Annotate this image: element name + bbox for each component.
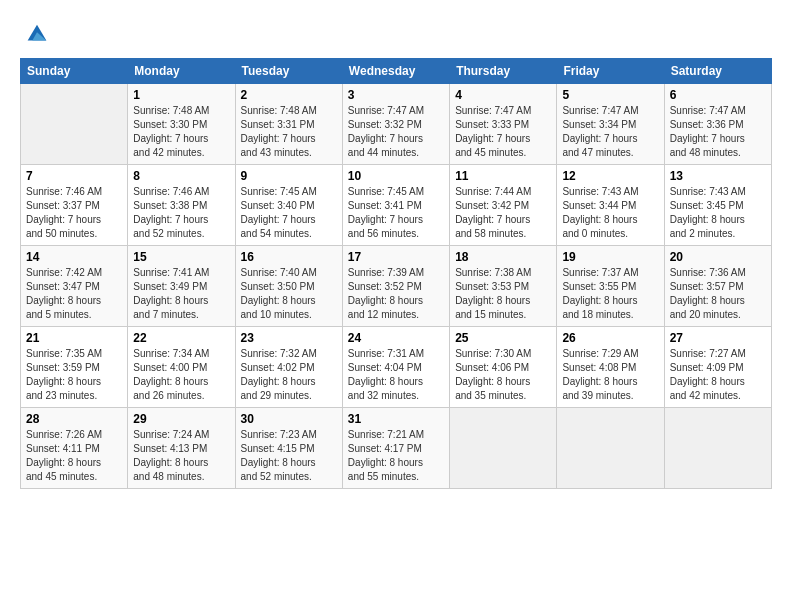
day-info: Sunrise: 7:37 AM Sunset: 3:55 PM Dayligh… xyxy=(562,266,658,322)
day-number: 11 xyxy=(455,169,551,183)
calendar-week-3: 14Sunrise: 7:42 AM Sunset: 3:47 PM Dayli… xyxy=(21,246,772,327)
calendar-cell: 13Sunrise: 7:43 AM Sunset: 3:45 PM Dayli… xyxy=(664,165,771,246)
calendar-week-2: 7Sunrise: 7:46 AM Sunset: 3:37 PM Daylig… xyxy=(21,165,772,246)
header-sunday: Sunday xyxy=(21,59,128,84)
calendar-cell: 21Sunrise: 7:35 AM Sunset: 3:59 PM Dayli… xyxy=(21,327,128,408)
day-info: Sunrise: 7:35 AM Sunset: 3:59 PM Dayligh… xyxy=(26,347,122,403)
header-saturday: Saturday xyxy=(664,59,771,84)
day-info: Sunrise: 7:44 AM Sunset: 3:42 PM Dayligh… xyxy=(455,185,551,241)
day-number: 18 xyxy=(455,250,551,264)
day-number: 29 xyxy=(133,412,229,426)
calendar-week-4: 21Sunrise: 7:35 AM Sunset: 3:59 PM Dayli… xyxy=(21,327,772,408)
calendar-cell xyxy=(557,408,664,489)
header-wednesday: Wednesday xyxy=(342,59,449,84)
day-number: 24 xyxy=(348,331,444,345)
calendar-cell xyxy=(21,84,128,165)
calendar-cell xyxy=(450,408,557,489)
calendar-cell: 17Sunrise: 7:39 AM Sunset: 3:52 PM Dayli… xyxy=(342,246,449,327)
calendar-cell: 12Sunrise: 7:43 AM Sunset: 3:44 PM Dayli… xyxy=(557,165,664,246)
day-info: Sunrise: 7:47 AM Sunset: 3:33 PM Dayligh… xyxy=(455,104,551,160)
day-number: 15 xyxy=(133,250,229,264)
calendar-cell: 14Sunrise: 7:42 AM Sunset: 3:47 PM Dayli… xyxy=(21,246,128,327)
header-tuesday: Tuesday xyxy=(235,59,342,84)
day-info: Sunrise: 7:46 AM Sunset: 3:38 PM Dayligh… xyxy=(133,185,229,241)
calendar-cell: 19Sunrise: 7:37 AM Sunset: 3:55 PM Dayli… xyxy=(557,246,664,327)
day-info: Sunrise: 7:48 AM Sunset: 3:31 PM Dayligh… xyxy=(241,104,337,160)
calendar-cell: 31Sunrise: 7:21 AM Sunset: 4:17 PM Dayli… xyxy=(342,408,449,489)
day-info: Sunrise: 7:27 AM Sunset: 4:09 PM Dayligh… xyxy=(670,347,766,403)
calendar-cell: 5Sunrise: 7:47 AM Sunset: 3:34 PM Daylig… xyxy=(557,84,664,165)
day-number: 23 xyxy=(241,331,337,345)
day-number: 26 xyxy=(562,331,658,345)
day-info: Sunrise: 7:45 AM Sunset: 3:40 PM Dayligh… xyxy=(241,185,337,241)
calendar-cell: 11Sunrise: 7:44 AM Sunset: 3:42 PM Dayli… xyxy=(450,165,557,246)
day-number: 12 xyxy=(562,169,658,183)
day-number: 2 xyxy=(241,88,337,102)
calendar-cell: 22Sunrise: 7:34 AM Sunset: 4:00 PM Dayli… xyxy=(128,327,235,408)
header-friday: Friday xyxy=(557,59,664,84)
logo-icon xyxy=(23,20,51,48)
day-info: Sunrise: 7:23 AM Sunset: 4:15 PM Dayligh… xyxy=(241,428,337,484)
calendar-header: Sunday Monday Tuesday Wednesday Thursday… xyxy=(21,59,772,84)
day-info: Sunrise: 7:41 AM Sunset: 3:49 PM Dayligh… xyxy=(133,266,229,322)
day-info: Sunrise: 7:43 AM Sunset: 3:45 PM Dayligh… xyxy=(670,185,766,241)
calendar-cell: 27Sunrise: 7:27 AM Sunset: 4:09 PM Dayli… xyxy=(664,327,771,408)
day-number: 27 xyxy=(670,331,766,345)
calendar-cell: 30Sunrise: 7:23 AM Sunset: 4:15 PM Dayli… xyxy=(235,408,342,489)
calendar-cell: 10Sunrise: 7:45 AM Sunset: 3:41 PM Dayli… xyxy=(342,165,449,246)
day-info: Sunrise: 7:47 AM Sunset: 3:32 PM Dayligh… xyxy=(348,104,444,160)
calendar-cell: 18Sunrise: 7:38 AM Sunset: 3:53 PM Dayli… xyxy=(450,246,557,327)
day-number: 22 xyxy=(133,331,229,345)
calendar-cell: 26Sunrise: 7:29 AM Sunset: 4:08 PM Dayli… xyxy=(557,327,664,408)
day-number: 5 xyxy=(562,88,658,102)
day-info: Sunrise: 7:43 AM Sunset: 3:44 PM Dayligh… xyxy=(562,185,658,241)
page: Sunday Monday Tuesday Wednesday Thursday… xyxy=(0,0,792,612)
calendar-cell: 2Sunrise: 7:48 AM Sunset: 3:31 PM Daylig… xyxy=(235,84,342,165)
day-number: 8 xyxy=(133,169,229,183)
day-number: 9 xyxy=(241,169,337,183)
day-info: Sunrise: 7:45 AM Sunset: 3:41 PM Dayligh… xyxy=(348,185,444,241)
header-row: Sunday Monday Tuesday Wednesday Thursday… xyxy=(21,59,772,84)
day-info: Sunrise: 7:32 AM Sunset: 4:02 PM Dayligh… xyxy=(241,347,337,403)
header-thursday: Thursday xyxy=(450,59,557,84)
calendar-cell: 9Sunrise: 7:45 AM Sunset: 3:40 PM Daylig… xyxy=(235,165,342,246)
day-number: 17 xyxy=(348,250,444,264)
day-number: 7 xyxy=(26,169,122,183)
calendar-cell: 20Sunrise: 7:36 AM Sunset: 3:57 PM Dayli… xyxy=(664,246,771,327)
day-number: 6 xyxy=(670,88,766,102)
day-info: Sunrise: 7:36 AM Sunset: 3:57 PM Dayligh… xyxy=(670,266,766,322)
day-info: Sunrise: 7:24 AM Sunset: 4:13 PM Dayligh… xyxy=(133,428,229,484)
calendar-cell: 16Sunrise: 7:40 AM Sunset: 3:50 PM Dayli… xyxy=(235,246,342,327)
calendar-table: Sunday Monday Tuesday Wednesday Thursday… xyxy=(20,58,772,489)
calendar-cell: 24Sunrise: 7:31 AM Sunset: 4:04 PM Dayli… xyxy=(342,327,449,408)
day-info: Sunrise: 7:46 AM Sunset: 3:37 PM Dayligh… xyxy=(26,185,122,241)
calendar-cell: 4Sunrise: 7:47 AM Sunset: 3:33 PM Daylig… xyxy=(450,84,557,165)
header xyxy=(20,20,772,48)
day-number: 19 xyxy=(562,250,658,264)
day-number: 13 xyxy=(670,169,766,183)
day-info: Sunrise: 7:31 AM Sunset: 4:04 PM Dayligh… xyxy=(348,347,444,403)
header-monday: Monday xyxy=(128,59,235,84)
day-info: Sunrise: 7:34 AM Sunset: 4:00 PM Dayligh… xyxy=(133,347,229,403)
day-number: 31 xyxy=(348,412,444,426)
calendar-cell: 7Sunrise: 7:46 AM Sunset: 3:37 PM Daylig… xyxy=(21,165,128,246)
day-number: 21 xyxy=(26,331,122,345)
day-info: Sunrise: 7:47 AM Sunset: 3:36 PM Dayligh… xyxy=(670,104,766,160)
calendar-cell: 15Sunrise: 7:41 AM Sunset: 3:49 PM Dayli… xyxy=(128,246,235,327)
day-number: 30 xyxy=(241,412,337,426)
day-number: 4 xyxy=(455,88,551,102)
day-number: 25 xyxy=(455,331,551,345)
calendar-cell: 6Sunrise: 7:47 AM Sunset: 3:36 PM Daylig… xyxy=(664,84,771,165)
day-number: 1 xyxy=(133,88,229,102)
day-info: Sunrise: 7:21 AM Sunset: 4:17 PM Dayligh… xyxy=(348,428,444,484)
calendar-cell: 28Sunrise: 7:26 AM Sunset: 4:11 PM Dayli… xyxy=(21,408,128,489)
day-info: Sunrise: 7:30 AM Sunset: 4:06 PM Dayligh… xyxy=(455,347,551,403)
day-info: Sunrise: 7:26 AM Sunset: 4:11 PM Dayligh… xyxy=(26,428,122,484)
day-info: Sunrise: 7:47 AM Sunset: 3:34 PM Dayligh… xyxy=(562,104,658,160)
day-info: Sunrise: 7:39 AM Sunset: 3:52 PM Dayligh… xyxy=(348,266,444,322)
calendar-week-5: 28Sunrise: 7:26 AM Sunset: 4:11 PM Dayli… xyxy=(21,408,772,489)
day-number: 10 xyxy=(348,169,444,183)
day-info: Sunrise: 7:48 AM Sunset: 3:30 PM Dayligh… xyxy=(133,104,229,160)
day-number: 14 xyxy=(26,250,122,264)
day-number: 16 xyxy=(241,250,337,264)
